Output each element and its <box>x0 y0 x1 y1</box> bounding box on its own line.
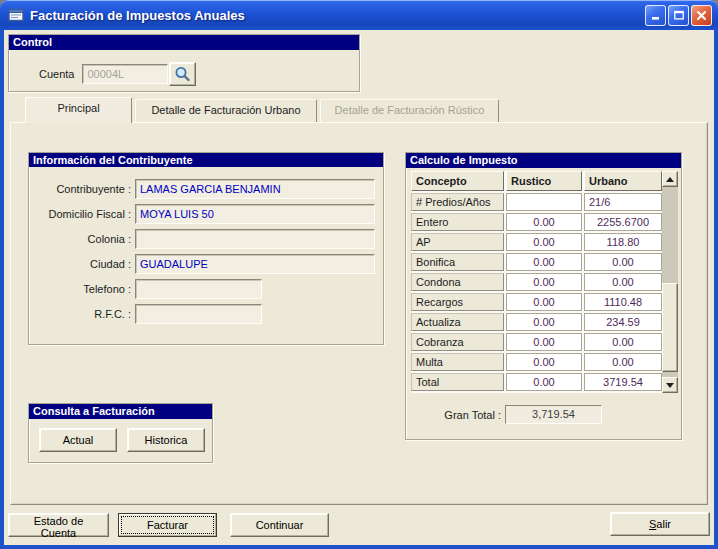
tab-principal[interactable]: Principal <box>25 97 132 123</box>
cell-concepto: Recargos <box>411 293 504 311</box>
cell-rustico: 0.00 <box>506 253 582 271</box>
consulta-groupbox-title: Consulta a Facturación <box>29 404 212 419</box>
app-window: Facturación de Impuestos Anuales Control… <box>0 0 718 549</box>
column-header-concepto[interactable]: Concepto <box>411 171 504 191</box>
column-header-rustico[interactable]: Rustico <box>506 171 582 191</box>
cell-rustico <box>506 193 582 211</box>
calculo-table: Concepto Rustico Urbano # Predios/Años21… <box>411 171 678 393</box>
column-header-urbano[interactable]: Urbano <box>584 171 662 191</box>
ciudad-input[interactable] <box>135 254 375 274</box>
rfc-input[interactable] <box>135 304 262 324</box>
gran-total-label: Gran Total : <box>406 409 501 421</box>
tab-detalle-urbano[interactable]: Detalle de Facturación Urbano <box>135 99 317 122</box>
calculo-groupbox-title: Calculo de Impuesto <box>406 153 681 168</box>
cell-urbano: 234.59 <box>584 313 662 331</box>
close-button[interactable] <box>691 5 712 26</box>
domicilio-fiscal-input[interactable] <box>135 204 375 224</box>
control-groupbox-title: Control <box>9 35 359 50</box>
field-row-domicilio-fiscal: Domicilio Fiscal : <box>35 204 383 224</box>
cell-urbano: 3719.54 <box>584 373 662 391</box>
table-row[interactable]: Total0.003719.54 <box>411 373 678 393</box>
table-row[interactable]: AP0.00118.80 <box>411 233 678 253</box>
cell-rustico: 0.00 <box>506 273 582 291</box>
cuenta-input <box>82 64 168 84</box>
close-icon <box>696 10 707 21</box>
cell-concepto: Actualiza <box>411 313 504 331</box>
colonia-input[interactable] <box>135 229 375 249</box>
table-row[interactable]: Entero0.002255.6700 <box>411 213 678 233</box>
titlebar[interactable]: Facturación de Impuestos Anuales <box>0 0 718 30</box>
cell-urbano: 0.00 <box>584 273 662 291</box>
contribuyente-groupbox-title: Información del Contribuyente <box>29 153 383 167</box>
cell-concepto: Multa <box>411 353 504 371</box>
window-title: Facturación de Impuestos Anuales <box>30 8 645 23</box>
cell-rustico: 0.00 <box>506 333 582 351</box>
cell-concepto: # Predios/Años <box>411 193 504 211</box>
cell-rustico: 0.00 <box>506 313 582 331</box>
cuenta-label: Cuenta <box>39 68 74 80</box>
arrow-down-icon <box>666 383 674 388</box>
gran-total-value: 3,719.54 <box>505 405 602 424</box>
maximize-button[interactable] <box>668 5 689 26</box>
field-row-contribuyente: Contribuyente : <box>35 179 383 199</box>
cell-rustico: 0.00 <box>506 293 582 311</box>
field-row-rfc: R.F.C. : <box>35 304 383 324</box>
cell-urbano: 21/6 <box>584 193 662 211</box>
vertical-scrollbar[interactable] <box>662 171 678 393</box>
minimize-icon <box>651 10 661 20</box>
actual-button[interactable]: Actual <box>39 428 117 452</box>
search-icon <box>174 66 191 83</box>
domicilio-fiscal-label: Domicilio Fiscal : <box>35 208 131 220</box>
ciudad-label: Ciudad : <box>35 258 131 270</box>
table-row[interactable]: Actualiza0.00234.59 <box>411 313 678 333</box>
contribuyente-input[interactable] <box>135 179 375 199</box>
continuar-button[interactable]: Continuar <box>230 513 329 537</box>
app-icon <box>8 7 25 23</box>
cell-urbano: 1110.48 <box>584 293 662 311</box>
cell-rustico: 0.00 <box>506 353 582 371</box>
facturar-button[interactable]: Facturar <box>118 513 217 537</box>
calculo-table-header: Concepto Rustico Urbano <box>411 171 678 193</box>
cell-concepto: Condona <box>411 273 504 291</box>
cell-urbano: 2255.6700 <box>584 213 662 231</box>
consulta-buttons: ActualHistorica <box>39 428 212 452</box>
table-row[interactable]: Bonifica0.000.00 <box>411 253 678 273</box>
cell-rustico: 0.00 <box>506 373 582 391</box>
colonia-label: Colonia : <box>35 233 131 245</box>
contribuyente-label: Contribuyente : <box>35 183 131 195</box>
field-row-ciudad: Ciudad : <box>35 254 383 274</box>
arrow-up-icon <box>666 177 674 182</box>
cell-urbano: 0.00 <box>584 333 662 351</box>
scroll-up-button[interactable] <box>662 171 678 187</box>
scrollbar-thumb[interactable] <box>662 283 678 372</box>
cell-concepto: Total <box>411 373 504 391</box>
table-row[interactable]: Multa0.000.00 <box>411 353 678 373</box>
minimize-button[interactable] <box>645 5 666 26</box>
search-button[interactable] <box>169 62 196 86</box>
telefono-input[interactable] <box>135 279 262 299</box>
table-row[interactable]: Condona0.000.00 <box>411 273 678 293</box>
calculo-table-body: # Predios/Años21/6Entero0.002255.6700AP0… <box>411 193 678 393</box>
table-row[interactable]: Recargos0.001110.48 <box>411 293 678 313</box>
maximize-icon <box>674 10 684 20</box>
cell-concepto: AP <box>411 233 504 251</box>
historica-button[interactable]: Historica <box>127 428 205 452</box>
cell-concepto: Cobranza <box>411 333 504 351</box>
estado-de-cuenta-button[interactable]: Estado de Cuenta <box>8 513 109 537</box>
table-row[interactable]: # Predios/Años21/6 <box>411 193 678 213</box>
field-row-telefono: Telefono : <box>35 279 383 299</box>
client-area: Control Cuenta Principal Detalle de Fact… <box>4 30 714 545</box>
cell-concepto: Bonifica <box>411 253 504 271</box>
telefono-label: Telefono : <box>35 283 131 295</box>
table-row[interactable]: Cobranza0.000.00 <box>411 333 678 353</box>
salir-button[interactable]: Salir <box>610 512 710 536</box>
cell-urbano: 0.00 <box>584 253 662 271</box>
contribuyente-groupbox: Información del Contribuyente Contribuye… <box>28 152 384 345</box>
control-groupbox: Control Cuenta <box>8 34 360 92</box>
cell-concepto: Entero <box>411 213 504 231</box>
cell-rustico: 0.00 <box>506 233 582 251</box>
scroll-down-button[interactable] <box>662 377 678 393</box>
consulta-groupbox: Consulta a Facturación ActualHistorica <box>28 403 213 463</box>
tab-detalle-rustico: Detalle de Facturación Rústico <box>320 99 499 122</box>
cell-urbano: 118.80 <box>584 233 662 251</box>
